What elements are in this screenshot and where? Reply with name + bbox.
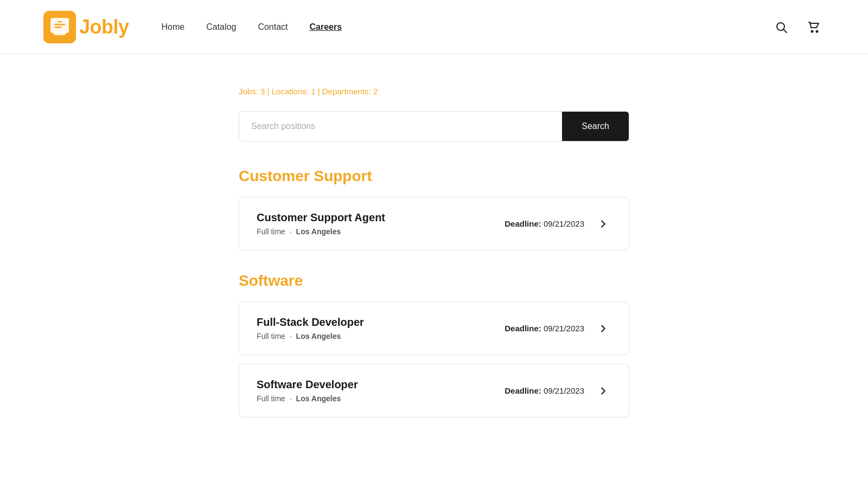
- job-chevron-button[interactable]: [595, 320, 611, 337]
- job-deadline: Deadline: 09/21/2023: [505, 386, 584, 395]
- department-section-0: Customer Support Customer Support Agent …: [239, 168, 629, 251]
- job-deadline: Deadline: 09/21/2023: [505, 219, 584, 228]
- stats-line: Jobs: 3 | Locations: 1 | Departments: 2: [239, 87, 629, 96]
- departments-container: Customer Support Customer Support Agent …: [239, 168, 629, 418]
- employment-type: Full time: [257, 394, 285, 403]
- job-location: Los Angeles: [296, 394, 341, 403]
- job-info: Customer Support Agent Full time · Los A…: [257, 211, 385, 236]
- separator: ·: [290, 394, 294, 403]
- job-info: Software Developer Full time · Los Angel…: [257, 378, 358, 403]
- job-card-1-0[interactable]: Full-Stack Developer Full time · Los Ang…: [239, 301, 629, 355]
- main-content: Jobs: 3 | Locations: 1 | Departments: 2 …: [228, 54, 640, 483]
- employment-type: Full time: [257, 332, 285, 341]
- separator: ·: [290, 227, 294, 236]
- job-meta: Full time · Los Angeles: [257, 332, 364, 341]
- employment-type: Full time: [257, 227, 285, 236]
- job-chevron-button[interactable]: [595, 383, 611, 399]
- department-title-0: Customer Support: [239, 168, 629, 185]
- department-title-1: Software: [239, 272, 629, 290]
- job-location: Los Angeles: [296, 227, 341, 236]
- job-location: Los Angeles: [296, 332, 341, 341]
- search-bar: Search: [239, 111, 629, 142]
- svg-line-9: [810, 23, 811, 28]
- svg-point-8: [816, 30, 818, 32]
- job-card-1-1[interactable]: Software Developer Full time · Los Angel…: [239, 364, 629, 418]
- job-card-0-0[interactable]: Customer Support Agent Full time · Los A…: [239, 197, 629, 251]
- job-right: Deadline: 09/21/2023: [505, 216, 611, 232]
- svg-point-7: [812, 30, 813, 32]
- svg-line-6: [784, 29, 787, 33]
- cart-button[interactable]: [803, 16, 825, 38]
- search-input[interactable]: [239, 112, 562, 141]
- svg-rect-3: [54, 24, 65, 25]
- nav-contact[interactable]: Contact: [258, 22, 288, 32]
- svg-rect-0: [50, 18, 69, 33]
- header-icons: [770, 16, 825, 38]
- search-button[interactable]: [770, 16, 792, 38]
- job-right: Deadline: 09/21/2023: [505, 320, 611, 337]
- nav-catalog[interactable]: Catalog: [206, 22, 236, 32]
- main-nav: Home Catalog Contact Careers: [162, 22, 342, 32]
- job-meta: Full time · Los Angeles: [257, 227, 385, 236]
- logo-icon: [43, 11, 76, 43]
- job-chevron-button[interactable]: [595, 216, 611, 232]
- separator: ·: [290, 332, 294, 341]
- svg-rect-2: [58, 21, 62, 23]
- job-title: Software Developer: [257, 378, 358, 391]
- job-right: Deadline: 09/21/2023: [505, 383, 611, 399]
- svg-rect-1: [54, 31, 66, 35]
- svg-rect-4: [54, 27, 62, 28]
- job-deadline: Deadline: 09/21/2023: [505, 324, 584, 333]
- nav-careers[interactable]: Careers: [310, 22, 342, 32]
- department-section-1: Software Full-Stack Developer Full time …: [239, 272, 629, 418]
- job-info: Full-Stack Developer Full time · Los Ang…: [257, 316, 364, 341]
- nav-home[interactable]: Home: [162, 22, 185, 32]
- logo-text: Jobly: [79, 16, 129, 38]
- job-meta: Full time · Los Angeles: [257, 394, 358, 403]
- job-title: Customer Support Agent: [257, 211, 385, 224]
- logo[interactable]: Jobly: [43, 11, 129, 43]
- search-submit-button[interactable]: Search: [562, 112, 629, 141]
- job-title: Full-Stack Developer: [257, 316, 364, 329]
